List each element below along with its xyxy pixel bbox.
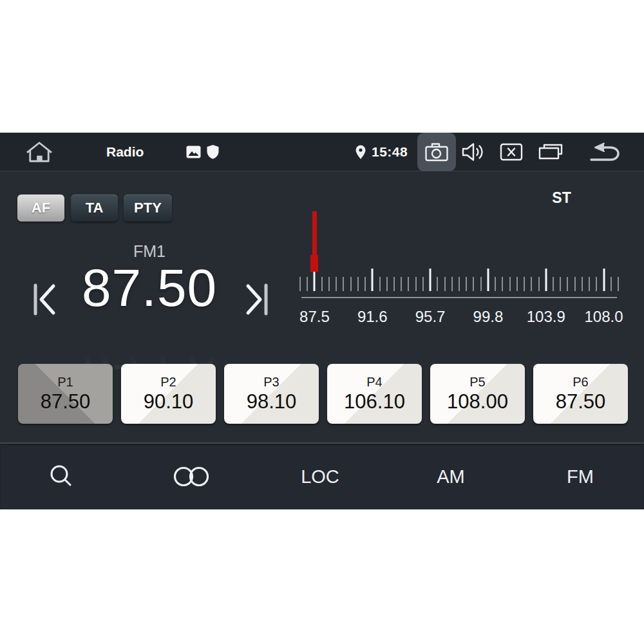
dial-tick [603, 269, 605, 291]
preset-label: P1 [57, 375, 73, 390]
dial-tick [336, 277, 337, 291]
fm-button[interactable]: FM [567, 466, 594, 488]
gallery-icon [186, 146, 201, 158]
dial-tick [430, 269, 431, 291]
dial-tick [357, 277, 359, 291]
dial-tick [560, 277, 561, 291]
recent-apps-button[interactable] [538, 143, 564, 161]
dial-tick [538, 277, 540, 291]
preset-frequency: 106.10 [344, 390, 405, 413]
band-cycle-button[interactable] [171, 466, 211, 488]
dial-tick [516, 277, 518, 291]
screenshot-button[interactable] [417, 133, 456, 171]
dial-tick [611, 277, 612, 291]
volume-icon [461, 142, 487, 162]
dial-tick [487, 269, 489, 291]
preset-button-p4[interactable]: P4 106.10 [327, 364, 422, 424]
preset-frequency: 90.10 [144, 390, 194, 413]
back-arrow-icon [587, 142, 621, 162]
dial-tick [509, 277, 511, 291]
seek-previous-icon [30, 280, 59, 319]
preset-button-p3[interactable]: P3 98.10 [224, 364, 319, 424]
dial-tick [574, 277, 576, 291]
loc-button[interactable]: LOC [301, 466, 339, 488]
dial-tick [393, 277, 395, 291]
band-cycle-icon [171, 466, 211, 488]
seek-next-button[interactable] [242, 279, 272, 319]
dial-tick [495, 277, 496, 291]
dial-tick [459, 277, 460, 291]
scan-button[interactable] [48, 464, 74, 489]
home-button[interactable] [24, 140, 54, 164]
status-bar: Radio 15:48 [0, 133, 644, 171]
dial-tick [545, 269, 547, 291]
dial-tick [480, 277, 482, 291]
location-pin-icon [355, 144, 366, 160]
preset-button-p2[interactable]: P2 90.10 [121, 364, 216, 424]
dial-tick [343, 277, 344, 291]
dial-frequency-label: 103.9 [527, 308, 565, 326]
needle-shaft [312, 211, 317, 255]
shield-icon [207, 144, 219, 159]
dial-baseline [301, 297, 617, 298]
status-clock: 15:48 [372, 144, 408, 160]
preset-label: P2 [160, 375, 176, 390]
volume-button[interactable] [461, 142, 487, 162]
preset-button-p1[interactable]: P1 87.50 [18, 364, 113, 424]
dial-tick [372, 269, 374, 291]
dial-tick [307, 277, 308, 291]
dial-tick [451, 277, 453, 291]
pty-button[interactable]: PTY [124, 194, 172, 222]
dial-tick [408, 277, 409, 291]
dial-tick [531, 277, 532, 291]
home-icon [24, 140, 54, 164]
preset-label: P4 [366, 375, 382, 390]
dial-tick [502, 277, 503, 291]
search-icon [48, 464, 74, 489]
ta-button[interactable]: TA [71, 194, 118, 222]
dial-tick [524, 277, 525, 291]
dial-frequency-label: 108.0 [585, 308, 623, 326]
dial-tick [321, 277, 323, 291]
dial-tick [299, 277, 301, 291]
dial-frequency-label: 87.5 [299, 308, 330, 326]
preset-frequency: 98.10 [247, 390, 297, 413]
preset-label: P3 [263, 375, 279, 390]
close-window-icon [500, 143, 523, 161]
radio-app-screen: Radio 15:48 [0, 133, 644, 509]
dial-tick [618, 277, 619, 291]
preset-button-p6[interactable]: P6 87.50 [533, 364, 628, 424]
dial-tick [473, 277, 474, 291]
page: Radio 15:48 [0, 0, 644, 644]
dial-frequency-label: 95.7 [415, 308, 446, 326]
am-button[interactable]: AM [437, 466, 465, 488]
tuner-needle [310, 211, 318, 272]
seek-previous-button[interactable] [30, 279, 59, 319]
preset-label: P5 [469, 375, 485, 390]
preset-frequency: 87.50 [41, 390, 91, 413]
preset-row: P1 87.50 P2 90.10 P3 98.10 P4 106.10 P5 … [18, 364, 628, 424]
preset-frequency: 108.00 [447, 390, 508, 413]
dial-tick [589, 277, 590, 291]
dial-tick [401, 277, 402, 291]
preset-button-p5[interactable]: P5 108.00 [430, 364, 525, 424]
dial-tick [415, 277, 417, 291]
seek-next-icon [243, 280, 271, 319]
back-button[interactable] [587, 142, 621, 162]
preset-label: P6 [573, 375, 588, 390]
app-title: Radio [106, 144, 144, 160]
recent-apps-icon [538, 143, 564, 161]
dial-tick [444, 277, 446, 291]
dial-frequency-label: 99.8 [473, 308, 504, 326]
af-button[interactable]: AF [17, 194, 64, 222]
dial-tick [437, 277, 438, 291]
stereo-indicator: ST [542, 189, 581, 207]
dial-tick [582, 277, 583, 291]
tuning-dial[interactable]: 87.591.695.799.8103.9108.0 [300, 250, 618, 337]
dial-tick [365, 277, 366, 291]
needle-base [310, 255, 318, 272]
dial-tick [596, 277, 597, 291]
close-app-button[interactable] [500, 143, 523, 161]
dial-tick [466, 277, 467, 291]
camera-icon [424, 142, 449, 162]
